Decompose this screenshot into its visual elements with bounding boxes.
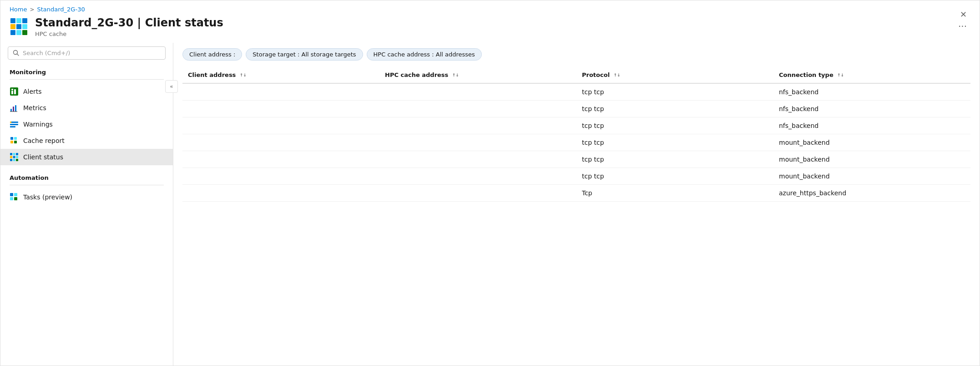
breadcrumb-current[interactable]: Standard_2G-30 [37,6,85,13]
table-row[interactable]: tcp tcpnfs_backend [182,100,970,117]
cell-protocol: tcp tcp [576,100,773,117]
cell-client-address [182,151,379,168]
svg-rect-25 [10,137,13,140]
col-header-client-address[interactable]: Client address ↑↓ [182,68,379,83]
sidebar-item-metrics[interactable]: Metrics [0,100,173,116]
cell-protocol: tcp tcp [576,168,773,184]
table-row[interactable]: tcp tcpmount_backend [182,151,970,168]
header-text: Standard_2G-30 | Client status HPC cache [35,16,948,37]
cell-protocol: tcp tcp [576,134,773,151]
sidebar-item-client-status[interactable]: Client status [0,149,173,165]
warnings-label: Warnings [23,121,53,128]
cell-hpc-cache-address [379,151,576,168]
svg-rect-30 [13,153,15,155]
svg-rect-31 [16,153,18,155]
svg-rect-32 [10,156,12,158]
sort-connection-type[interactable]: ↑↓ [837,73,844,77]
cell-connection-type: azure_https_backend [773,184,970,201]
warnings-icon [10,120,19,129]
sort-client-address[interactable]: ↑↓ [240,73,247,77]
page-subtitle: HPC cache [35,30,948,37]
search-icon [13,50,19,56]
svg-rect-12 [11,91,13,94]
main-layout: Search (Cmd+/) « Monitoring Alerts [0,43,980,366]
close-button[interactable]: ✕ [956,8,970,21]
table-row[interactable]: Tcpazure_https_backend [182,184,970,201]
search-box[interactable]: Search (Cmd+/) [8,46,166,60]
svg-rect-16 [13,107,14,112]
filter-hpc-cache-address[interactable]: HPC cache address : All addresses [367,48,482,61]
automation-section-label: Automation [0,171,173,183]
cell-hpc-cache-address [379,117,576,134]
cell-client-address [182,134,379,151]
sidebar-item-cache-report[interactable]: Cache report [0,132,173,149]
col-header-protocol[interactable]: Protocol ↑↓ [576,68,773,83]
svg-rect-40 [10,197,13,200]
sort-protocol[interactable]: ↑↓ [614,73,621,77]
cell-client-address [182,83,379,101]
cell-client-address [182,100,379,117]
cell-protocol: tcp tcp [576,83,773,101]
svg-rect-17 [15,105,16,112]
filter-storage-target[interactable]: Storage target : All storage targets [246,48,363,61]
client-status-icon [10,152,19,162]
table-row[interactable]: tcp tcpnfs_backend [182,83,970,101]
cell-connection-type: mount_backend [773,168,970,184]
svg-rect-27 [10,141,13,143]
sidebar-item-warnings[interactable]: Warnings [0,116,173,132]
svg-rect-6 [10,30,15,35]
svg-rect-28 [14,141,17,143]
client-status-label: Client status [23,153,63,161]
title-separator: | [137,16,145,29]
svg-rect-0 [10,18,15,23]
svg-rect-39 [14,193,17,196]
section-title: Client status [145,16,223,29]
svg-rect-5 [22,24,27,29]
svg-rect-8 [22,30,27,35]
svg-rect-36 [13,159,15,161]
metrics-icon [10,103,19,112]
breadcrumb-home[interactable]: Home [10,6,27,13]
table-header: Client address ↑↓ HPC cache address ↑↓ P… [182,68,970,83]
svg-rect-37 [16,159,18,161]
svg-rect-35 [10,159,12,161]
svg-rect-26 [14,137,17,140]
svg-rect-24 [10,126,11,127]
table-row[interactable]: tcp tcpnfs_backend [182,117,970,134]
cell-hpc-cache-address [379,100,576,117]
resource-name: Standard_2G-30 [35,16,133,29]
cache-report-label: Cache report [23,137,65,144]
svg-rect-7 [16,30,21,35]
filter-client-address[interactable]: Client address : [182,48,242,61]
sidebar-item-alerts[interactable]: Alerts [0,83,173,100]
main-content: Client address : Storage target : All st… [173,43,980,366]
cell-protocol: tcp tcp [576,151,773,168]
sort-hpc-cache-address[interactable]: ↑↓ [452,73,459,77]
table-row[interactable]: tcp tcpmount_backend [182,168,970,184]
svg-rect-29 [10,153,12,155]
breadcrumb-separator: > [30,6,34,13]
cell-client-address [182,117,379,134]
svg-rect-38 [10,193,13,196]
app-container: Home > Standard_2G-30 ✕ Standard_2G-30 [0,0,980,366]
col-header-hpc-cache-address[interactable]: HPC cache address ↑↓ [379,68,576,83]
svg-rect-3 [10,24,15,29]
svg-rect-4 [16,24,21,29]
cache-report-icon [10,136,19,145]
sidebar-item-tasks-preview[interactable]: Tasks (preview) [0,189,173,205]
svg-rect-15 [10,109,12,112]
col-header-connection-type[interactable]: Connection type ↑↓ [773,68,970,83]
svg-rect-2 [22,18,27,23]
alerts-icon [10,87,19,96]
svg-rect-23 [10,124,11,125]
table-row[interactable]: tcp tcpmount_backend [182,134,970,151]
page-title: Standard_2G-30 | Client status [35,16,948,30]
page-header: Standard_2G-30 | Client status HPC cache… [0,15,980,43]
metrics-label: Metrics [23,104,46,112]
cell-protocol: tcp tcp [576,117,773,134]
tasks-icon [10,193,19,202]
sidebar-collapse-button[interactable]: « [165,80,173,93]
more-options-button[interactable]: ··· [955,19,970,34]
cell-hpc-cache-address [379,83,576,101]
breadcrumb: Home > Standard_2G-30 [0,0,980,15]
